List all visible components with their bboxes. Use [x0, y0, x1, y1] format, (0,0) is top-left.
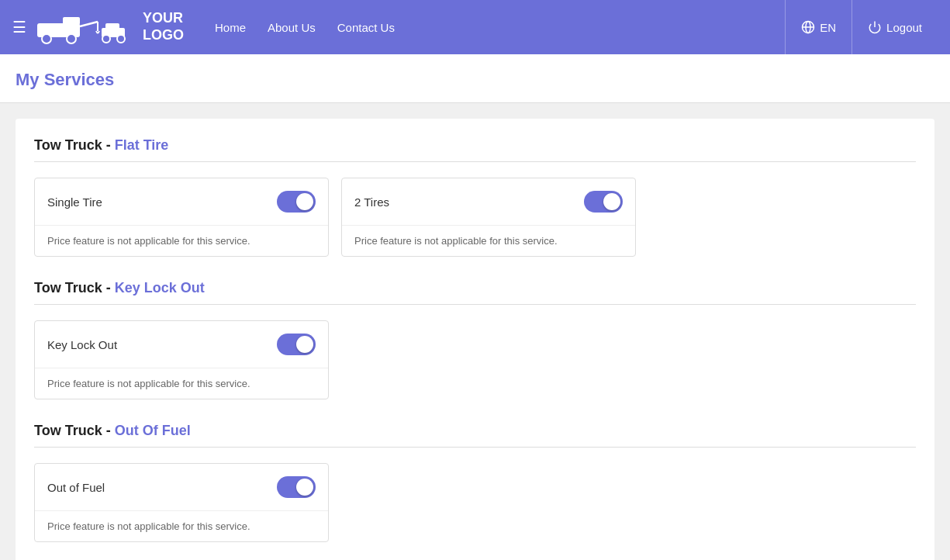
section-flat-tire-title: Tow Truck - Flat Tire — [34, 137, 916, 154]
language-selector[interactable]: EN — [785, 0, 852, 54]
svg-point-8 — [102, 35, 110, 43]
out-of-fuel-item: Out of Fuel Price feature is not applica… — [34, 463, 329, 542]
single-tire-label: Single Tire — [47, 195, 102, 209]
key-lock-note: Price feature is not applicable for this… — [35, 368, 328, 399]
out-of-fuel-note: Price feature is not applicable for this… — [35, 510, 328, 541]
toggle-thumb — [296, 193, 313, 210]
out-of-fuel-toggle[interactable] — [277, 476, 316, 498]
toggle-thumb — [296, 336, 313, 353]
nav-contact[interactable]: Contact Us — [337, 21, 395, 34]
key-lock-toggle[interactable] — [277, 334, 316, 355]
key-lock-items: Key Lock Out Price feature is not applic… — [34, 320, 916, 399]
two-tires-toggle[interactable] — [584, 191, 623, 213]
main-nav: Home About Us Contact Us — [215, 21, 785, 34]
power-icon — [868, 20, 882, 34]
menu-icon[interactable]: ☰ — [12, 18, 26, 36]
logo-image — [36, 8, 136, 47]
section-key-lock-title: Tow Truck - Key Lock Out — [34, 280, 916, 296]
key-lock-item: Key Lock Out Price feature is not applic… — [34, 320, 329, 399]
main-content: Tow Truck - Flat Tire Single Tire Price … — [0, 103, 950, 560]
svg-rect-7 — [105, 23, 119, 29]
service-card: Tow Truck - Flat Tire Single Tire Price … — [16, 119, 934, 560]
single-tire-item: Single Tire Price feature is not applica… — [34, 178, 329, 257]
logout-button[interactable]: Logout — [852, 0, 938, 54]
page-title: My Services — [16, 70, 934, 102]
key-lock-divider — [34, 304, 916, 305]
fuel-items: Out of Fuel Price feature is not applica… — [34, 463, 916, 542]
toggle-thumb — [296, 479, 313, 496]
single-tire-toggle[interactable] — [277, 191, 316, 213]
page-header: My Services — [0, 54, 950, 103]
nav-home[interactable]: Home — [215, 21, 246, 34]
svg-point-2 — [42, 34, 51, 43]
globe-icon — [801, 20, 815, 34]
two-tires-note: Price feature is not applicable for this… — [342, 225, 635, 256]
key-lock-label: Key Lock Out — [47, 338, 117, 351]
fuel-divider — [34, 447, 916, 448]
two-tires-header: 2 Tires — [342, 178, 635, 225]
out-of-fuel-label: Out of Fuel — [47, 481, 105, 494]
svg-point-9 — [117, 35, 125, 43]
flat-tire-items: Single Tire Price feature is not applica… — [34, 178, 916, 257]
svg-line-4 — [80, 22, 98, 26]
svg-rect-1 — [63, 17, 80, 25]
logout-label: Logout — [886, 21, 922, 34]
two-tires-item: 2 Tires Price feature is not applicable … — [341, 178, 636, 257]
single-tire-header: Single Tire — [35, 178, 328, 225]
flat-tire-divider — [34, 161, 916, 162]
nav-about[interactable]: About Us — [268, 21, 316, 34]
section-fuel-title: Tow Truck - Out Of Fuel — [34, 423, 916, 439]
section-out-of-fuel: Tow Truck - Out Of Fuel Out of Fuel Pric… — [34, 423, 916, 542]
key-lock-header: Key Lock Out — [35, 321, 328, 368]
lang-label: EN — [820, 21, 836, 34]
navbar-actions: EN Logout — [785, 0, 938, 54]
logo: YOURLOGO — [36, 8, 184, 47]
svg-point-3 — [67, 34, 76, 43]
toggle-thumb — [603, 193, 620, 210]
section-flat-tire: Tow Truck - Flat Tire Single Tire Price … — [34, 137, 916, 257]
section-key-lock: Tow Truck - Key Lock Out Key Lock Out Pr… — [34, 280, 916, 399]
out-of-fuel-header: Out of Fuel — [35, 464, 328, 510]
logo-text: YOURLOGO — [143, 10, 184, 43]
two-tires-label: 2 Tires — [354, 195, 389, 209]
single-tire-note: Price feature is not applicable for this… — [35, 225, 328, 256]
navbar: ☰ YOURLOGO — [0, 0, 950, 54]
